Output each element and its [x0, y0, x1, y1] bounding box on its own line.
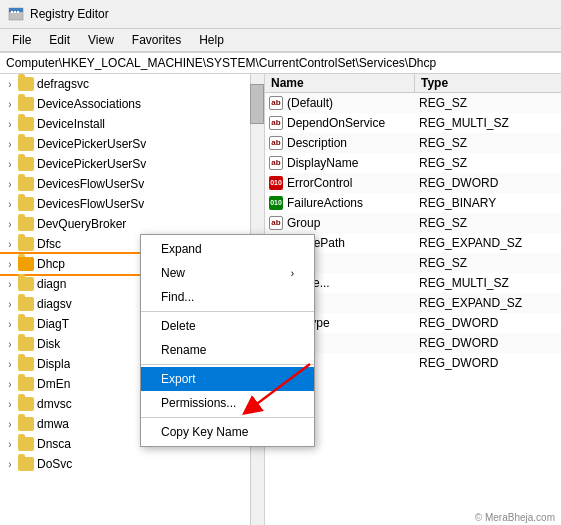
menu-bar: File Edit View Favorites Help — [0, 29, 561, 52]
folder-icon — [18, 277, 34, 291]
expand-icon: › — [2, 96, 18, 112]
main-content: › defragsvc › DeviceAssociations › Devic… — [0, 74, 561, 525]
reg-name-label: DependOnService — [287, 116, 385, 130]
svg-rect-2 — [11, 11, 13, 13]
registry-editor-icon — [8, 6, 24, 22]
title-bar: Registry Editor — [0, 0, 561, 29]
tree-label: DoSvc — [37, 457, 72, 471]
folder-icon — [18, 197, 34, 211]
col-name-header: Name — [265, 74, 415, 92]
tree-label: diagn — [37, 277, 66, 291]
ctx-expand[interactable]: Expand — [141, 237, 314, 261]
reg-type: REG_MULTI_SZ — [415, 275, 513, 291]
reg-row-failureactions[interactable]: 010 FailureActions REG_BINARY — [265, 193, 561, 213]
folder-icon — [18, 157, 34, 171]
reg-row-description[interactable]: ab Description REG_SZ — [265, 133, 561, 153]
tree-label: Displa — [37, 357, 70, 371]
menu-help[interactable]: Help — [191, 31, 232, 49]
svg-rect-4 — [17, 11, 19, 13]
reg-type: REG_DWORD — [415, 175, 502, 191]
expand-icon: › — [2, 136, 18, 152]
folder-icon — [18, 77, 34, 91]
expand-icon: › — [2, 116, 18, 132]
tree-item-devicesflow2[interactable]: › DevicesFlowUserSv — [0, 194, 264, 214]
reg-name-label: ErrorControl — [287, 176, 352, 190]
menu-file[interactable]: File — [4, 31, 39, 49]
reg-name: ab DisplayName — [265, 155, 415, 171]
tree-label: DevicesFlowUserSv — [37, 197, 144, 211]
context-menu: Expand New › Find... Delete Rename Expor… — [140, 234, 315, 447]
reg-type: REG_DWORD — [415, 355, 502, 371]
reg-name: ab (Default) — [265, 95, 415, 111]
expand-icon: › — [2, 336, 18, 352]
ctx-export-label: Export — [161, 372, 196, 386]
tree-item-devicepicker2[interactable]: › DevicePickerUserSv — [0, 154, 264, 174]
title-bar-text: Registry Editor — [30, 7, 109, 21]
ctx-delete[interactable]: Delete — [141, 314, 314, 338]
expand-icon: › — [2, 256, 18, 272]
expand-icon: › — [2, 456, 18, 472]
reg-type: REG_SZ — [415, 215, 471, 231]
reg-name-label: (Default) — [287, 96, 333, 110]
reg-type: REG_BINARY — [415, 195, 500, 211]
ctx-copy-key-name[interactable]: Copy Key Name — [141, 420, 314, 444]
reg-row-dependonservice[interactable]: ab DependOnService REG_MULTI_SZ — [265, 113, 561, 133]
tree-label: dmvsc — [37, 397, 72, 411]
expand-icon: › — [2, 156, 18, 172]
address-path: Computer\HKEY_LOCAL_MACHINE\SYSTEM\Curre… — [6, 56, 436, 70]
folder-icon — [18, 337, 34, 351]
reg-row-default[interactable]: ab (Default) REG_SZ — [265, 93, 561, 113]
tree-item-devquerybroker[interactable]: › DevQueryBroker — [0, 214, 264, 234]
reg-row-group[interactable]: ab Group REG_SZ — [265, 213, 561, 233]
tree-item-defragsvc[interactable]: › defragsvc — [0, 74, 264, 94]
ab-icon: ab — [269, 96, 283, 110]
ctx-expand-label: Expand — [161, 242, 202, 256]
tree-item-devicepicker1[interactable]: › DevicePickerUserSv — [0, 134, 264, 154]
tree-label: DevQueryBroker — [37, 217, 126, 231]
menu-favorites[interactable]: Favorites — [124, 31, 189, 49]
folder-icon — [18, 137, 34, 151]
folder-icon — [18, 97, 34, 111]
ab-icon: ab — [269, 156, 283, 170]
reg-name: 010 ErrorControl — [265, 175, 415, 191]
ctx-find[interactable]: Find... — [141, 285, 314, 309]
ctx-rename-label: Rename — [161, 343, 206, 357]
ctx-export[interactable]: Export — [141, 367, 314, 391]
folder-icon — [18, 437, 34, 451]
reg-row-errorcontrol[interactable]: 010 ErrorControl REG_DWORD — [265, 173, 561, 193]
folder-icon-open — [18, 257, 34, 271]
tree-label: DevicePickerUserSv — [37, 157, 146, 171]
menu-edit[interactable]: Edit — [41, 31, 78, 49]
ab-icon: ab — [269, 136, 283, 150]
expand-icon: › — [2, 276, 18, 292]
tree-label: Disk — [37, 337, 60, 351]
tree-item-deviceassociations[interactable]: › DeviceAssociations — [0, 94, 264, 114]
reg-name: 010 FailureActions — [265, 195, 415, 211]
tree-item-devicesflow1[interactable]: › DevicesFlowUserSv — [0, 174, 264, 194]
reg-name-label: FailureActions — [287, 196, 363, 210]
expand-icon: › — [2, 396, 18, 412]
tree-label: DiagT — [37, 317, 69, 331]
binary-icon: 010 — [269, 196, 283, 210]
ctx-rename[interactable]: Rename — [141, 338, 314, 362]
tree-item-deviceinstall[interactable]: › DeviceInstall — [0, 114, 264, 134]
reg-name-label: Description — [287, 136, 347, 150]
tree-item-dosvc[interactable]: › DoSvc — [0, 454, 264, 474]
tree-label: DeviceAssociations — [37, 97, 141, 111]
scrollbar-thumb[interactable] — [250, 84, 264, 124]
expand-icon: › — [2, 176, 18, 192]
ctx-permissions[interactable]: Permissions... — [141, 391, 314, 415]
ab-icon: ab — [269, 216, 283, 230]
ctx-separator-3 — [141, 417, 314, 418]
expand-icon: › — [2, 76, 18, 92]
folder-icon — [18, 457, 34, 471]
ctx-new[interactable]: New › — [141, 261, 314, 285]
expand-icon: › — [2, 376, 18, 392]
expand-icon: › — [2, 436, 18, 452]
reg-type: REG_DWORD — [415, 335, 502, 351]
expand-icon: › — [2, 236, 18, 252]
folder-icon — [18, 117, 34, 131]
folder-icon — [18, 297, 34, 311]
menu-view[interactable]: View — [80, 31, 122, 49]
reg-row-displayname[interactable]: ab DisplayName REG_SZ — [265, 153, 561, 173]
